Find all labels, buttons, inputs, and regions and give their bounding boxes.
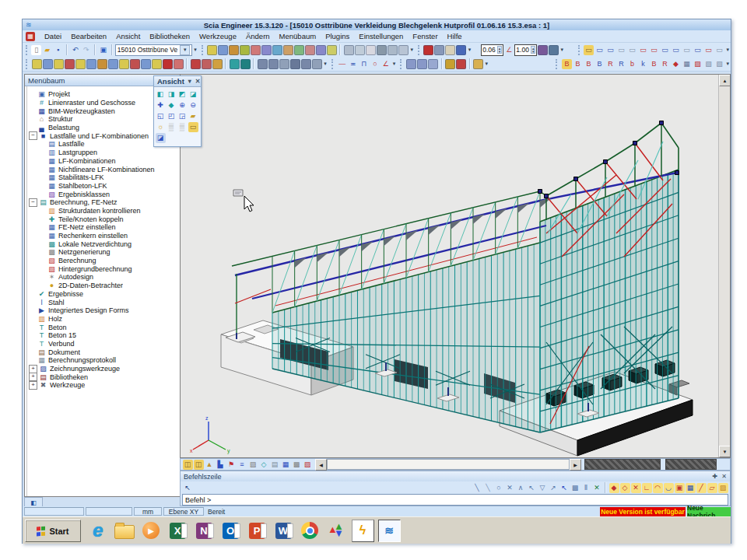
view-10-icon[interactable]: ▭ bbox=[682, 45, 692, 55]
menu-item-einstellungen[interactable]: Einstellungen bbox=[354, 32, 408, 40]
snap-plane-icon[interactable]: ▱ bbox=[707, 483, 717, 493]
sec-3-icon[interactable] bbox=[54, 59, 64, 69]
viewport-hscrollbar[interactable] bbox=[327, 459, 570, 470]
view-manager-icon[interactable]: ▭ bbox=[584, 45, 594, 55]
draw-line-1-icon[interactable]: ╲ bbox=[472, 483, 482, 493]
menu-item-bearbeiten[interactable]: Bearbeiten bbox=[66, 32, 111, 40]
shade-2-icon[interactable]: ▒ bbox=[177, 122, 188, 132]
save-view-icon[interactable]: ▰ bbox=[188, 111, 198, 121]
sec-12-icon[interactable] bbox=[152, 59, 162, 69]
toolbar-grip[interactable] bbox=[26, 59, 29, 69]
taskbar-excel-icon[interactable]: X bbox=[166, 519, 189, 542]
toolbar-grip[interactable] bbox=[202, 45, 205, 55]
view-iso-4-icon[interactable]: ◪ bbox=[188, 89, 198, 100]
iso-view-icon[interactable]: ◇ bbox=[259, 460, 269, 470]
document-icon[interactable] bbox=[366, 45, 376, 55]
model-viewport[interactable]: zxy ▲ ▼ bbox=[180, 74, 731, 458]
snap-tangent-icon[interactable]: ◠ bbox=[653, 483, 663, 493]
snap-intersection-icon[interactable]: ✕ bbox=[631, 483, 641, 493]
menu-item-bibliotheken[interactable]: Bibliotheken bbox=[145, 32, 195, 40]
link-1-icon[interactable] bbox=[230, 59, 240, 69]
tree-item-verbund[interactable]: TVerbund bbox=[29, 340, 181, 348]
pointer-icon[interactable]: ↖ bbox=[183, 483, 193, 493]
sec-13-icon[interactable] bbox=[163, 59, 173, 69]
clip-above-icon[interactable]: ◫ bbox=[183, 460, 193, 470]
find-3-icon[interactable] bbox=[279, 59, 289, 69]
sec-6-icon[interactable] bbox=[86, 59, 96, 69]
image-icon[interactable] bbox=[388, 45, 398, 55]
clipboard-icon[interactable] bbox=[445, 45, 455, 55]
render-4-icon[interactable]: ▧ bbox=[714, 59, 724, 69]
tree-item-fe-netz-einstellen[interactable]: ▦FE-Netz einstellen bbox=[29, 223, 181, 232]
units-icon[interactable] bbox=[538, 45, 548, 55]
view-iso-2-icon[interactable]: ◨ bbox=[167, 89, 177, 100]
sec-8-icon[interactable] bbox=[108, 59, 118, 69]
win-2-icon[interactable] bbox=[417, 59, 427, 69]
dim-icon[interactable]: ≖ bbox=[348, 59, 358, 69]
new-version-badge[interactable]: Neue Version ist verfügbar bbox=[600, 507, 686, 516]
render-3-icon[interactable]: ▧ bbox=[703, 59, 714, 69]
label-load-icon[interactable]: B bbox=[594, 59, 605, 69]
tree-item-ergebnisklassen[interactable]: ▧Ergebnisklassen bbox=[29, 190, 181, 198]
tree-item-beton-15[interactable]: TBeton 15 bbox=[29, 331, 181, 340]
mass-icon[interactable] bbox=[240, 45, 250, 55]
plane-icon[interactable] bbox=[456, 59, 466, 69]
toolbar-grip[interactable] bbox=[418, 45, 421, 55]
tree-item-berechnung[interactable]: ▧Berechnung bbox=[29, 257, 181, 265]
toolbar-overflow-icon[interactable]: ▾ bbox=[194, 47, 197, 53]
new-message-badge[interactable]: Neue Nachrich bbox=[687, 507, 731, 516]
vertex-icon[interactable]: ∧ bbox=[516, 483, 526, 493]
layers-icon[interactable] bbox=[305, 45, 315, 55]
sec-7-icon[interactable] bbox=[97, 59, 107, 69]
project-data-icon[interactable] bbox=[207, 45, 217, 55]
label-support-icon[interactable]: B bbox=[584, 59, 594, 69]
tree-item-hintergrundberechnung[interactable]: ▧Hintergrundberechnung bbox=[29, 264, 181, 273]
link-2-icon[interactable] bbox=[240, 59, 251, 69]
view-iso-1-icon[interactable]: ◧ bbox=[156, 89, 166, 100]
export-view-icon[interactable] bbox=[473, 59, 483, 69]
zoom-all-icon[interactable]: ◰ bbox=[167, 111, 177, 121]
layer-display-icon[interactable]: ≡ bbox=[237, 460, 247, 470]
erase-icon[interactable]: ✕ bbox=[505, 483, 515, 493]
find-2-icon[interactable] bbox=[268, 59, 279, 69]
tree-item-stahl[interactable]: ⅠStahl bbox=[29, 298, 181, 306]
tree-item-integriertes-design-forms[interactable]: ▶Integriertes Design Forms bbox=[29, 306, 181, 315]
rendering-icon[interactable]: ◪ bbox=[156, 133, 166, 143]
triangle-view-icon[interactable]: ▲ bbox=[205, 460, 215, 470]
taskbar-file-explorer-icon[interactable] bbox=[113, 519, 136, 542]
sec-2-icon[interactable] bbox=[43, 59, 53, 69]
palette-header[interactable]: Ansicht ▾ ✕ bbox=[154, 76, 201, 87]
taskbar-internet-explorer-icon[interactable]: e bbox=[86, 519, 110, 542]
menu-item-fenster[interactable]: Fenster bbox=[408, 32, 442, 40]
shade-1-icon[interactable]: ▒ bbox=[167, 122, 177, 132]
tree-item-berechnungsprotokoll[interactable]: ▦Berechnungsprotokoll bbox=[29, 356, 181, 365]
pin-icon[interactable]: ✚ bbox=[713, 473, 718, 480]
viewport-vscrollbar[interactable]: ▲ ▼ bbox=[718, 75, 730, 457]
view-11-icon[interactable]: ▭ bbox=[693, 45, 703, 55]
select-3-icon[interactable] bbox=[212, 59, 223, 69]
zoom-window-icon[interactable]: ◱ bbox=[156, 111, 166, 121]
tree-item-ergebnisse[interactable]: ✔Ergebnisse bbox=[29, 290, 181, 299]
view-2-icon[interactable]: ▭ bbox=[594, 45, 605, 55]
label-6-icon[interactable]: b bbox=[627, 59, 637, 69]
redo-icon[interactable]: ↷ bbox=[81, 45, 91, 55]
tree-item-teile-knoten-koppeln[interactable]: ✚Teile/Knoten koppeln bbox=[29, 215, 181, 223]
load-display-icon[interactable]: ⚑ bbox=[226, 460, 237, 470]
snap-node-icon[interactable]: ▣ bbox=[675, 483, 685, 493]
load-panel-icon[interactable] bbox=[229, 45, 239, 55]
view-7-icon[interactable]: ▭ bbox=[649, 45, 659, 55]
zoom-selection-icon[interactable]: ◲ bbox=[177, 111, 188, 121]
trace-icon[interactable]: ↗ bbox=[549, 483, 559, 493]
view-4-icon[interactable]: ▭ bbox=[616, 45, 626, 55]
angle2-icon[interactable]: ∠ bbox=[381, 59, 391, 69]
menu-item-datei[interactable]: Datei bbox=[40, 32, 66, 40]
print-preview-icon[interactable] bbox=[355, 45, 365, 55]
tree-item-autodesign[interactable]: ✶Autodesign bbox=[29, 273, 181, 282]
close-project-icon[interactable]: ▣ bbox=[98, 45, 108, 55]
member-icon[interactable] bbox=[251, 45, 261, 55]
undo-icon[interactable]: ↶ bbox=[70, 45, 80, 55]
scale-spinner[interactable]: 1.00▴▾ bbox=[514, 44, 537, 56]
tree-item-lf-kombinationen[interactable]: ▦LF-Kombinationen bbox=[29, 157, 181, 166]
search-icon[interactable] bbox=[434, 45, 444, 55]
clean-icon[interactable] bbox=[423, 45, 433, 55]
